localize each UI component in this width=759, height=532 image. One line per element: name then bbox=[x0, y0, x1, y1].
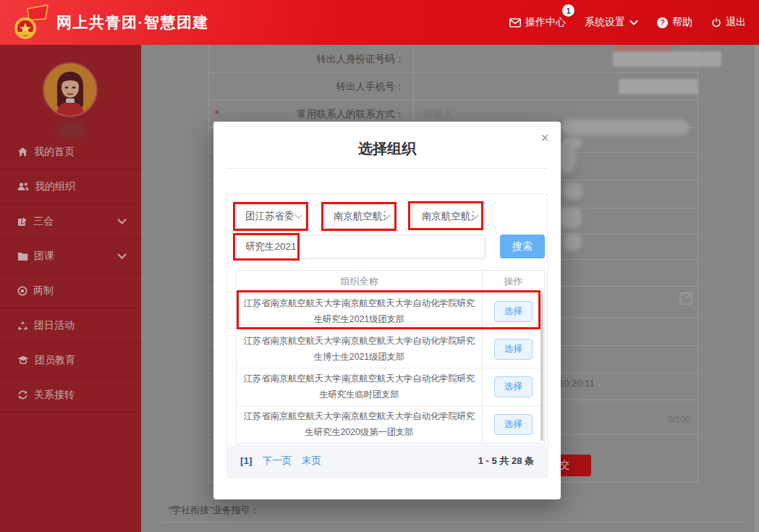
chevron-down-icon[interactable] bbox=[682, 269, 692, 276]
table-row: 江苏省南京航空航天大学南京航空航天大学自动化学院研究生研究生临时团支部 选择 bbox=[237, 368, 544, 405]
search-button[interactable]: 搜索 bbox=[500, 235, 545, 258]
nav-system-settings-label: 系统设置 bbox=[585, 16, 625, 29]
sidebar-item-label: 三会 bbox=[33, 215, 54, 228]
sidebar-item-organization[interactable]: 我的组织 bbox=[0, 169, 141, 204]
redacted-value bbox=[564, 233, 582, 250]
redacted-value bbox=[562, 119, 689, 135]
divider bbox=[209, 72, 697, 73]
form-label-phone: 转出人手机号： bbox=[209, 80, 404, 93]
column-header-action: 操作 bbox=[482, 271, 544, 292]
home-icon bbox=[17, 147, 28, 156]
table-row: 江苏省南京航空航天大学南京航空航天大学自动化学院研究生研究生2020级第一团支部… bbox=[237, 405, 544, 443]
chevron-down-icon bbox=[294, 214, 302, 219]
chevron-down-icon[interactable] bbox=[682, 242, 692, 248]
table-row: 江苏省南京航空航天大学南京航空航天大学自动化学院研究生研究生2021级团支部 选… bbox=[237, 292, 544, 330]
power-icon bbox=[711, 17, 721, 28]
edit-icon bbox=[17, 216, 27, 227]
nav-logout-label: 退出 bbox=[726, 16, 746, 29]
graduation-cap-icon bbox=[17, 355, 29, 365]
sidebar-item-sanhui[interactable]: 三会 bbox=[0, 204, 141, 239]
contact-input[interactable]: 请输入 bbox=[423, 108, 453, 121]
redacted-value bbox=[613, 51, 721, 67]
org-name: 江苏省南京航空航天大学南京航空航天大学自动化学院研究生研究生2021级团支部 bbox=[237, 293, 482, 330]
pagination-current-page[interactable]: [1] bbox=[240, 455, 253, 466]
university-select-value: 南京航空航天 bbox=[334, 205, 386, 228]
sidebar-menu: 我的首页 我的组织 三会 bbox=[0, 135, 141, 413]
pagination-last-link[interactable]: 末页 bbox=[302, 455, 321, 468]
sidebar-item-relation-transfer[interactable]: 关系接转 bbox=[0, 378, 141, 413]
char-counter: 0/100 bbox=[668, 415, 690, 425]
chevron-down-icon bbox=[629, 20, 638, 25]
sidebar-item-label: 团日活动 bbox=[34, 319, 75, 332]
table-header: 组织全称 操作 bbox=[237, 271, 544, 292]
select-org-button[interactable]: 选择 bbox=[494, 414, 533, 435]
nav-operation-center-label: 操作中心 bbox=[525, 16, 566, 29]
sidebar-item-home[interactable]: 我的首页 bbox=[0, 135, 141, 169]
league-logo-icon bbox=[13, 3, 51, 43]
province-select[interactable]: 团江苏省委 bbox=[236, 204, 308, 229]
business-guide-label: “学社衔接”业务指引： bbox=[169, 504, 260, 517]
select-org-button[interactable]: 选择 bbox=[494, 376, 533, 397]
select-org-button[interactable]: 选择 bbox=[494, 301, 533, 322]
sidebar-item-label: 关系接转 bbox=[34, 389, 75, 402]
college-select[interactable]: 南京航空航天 bbox=[412, 204, 485, 229]
folder-icon bbox=[17, 252, 28, 261]
page-scrollbar[interactable] bbox=[753, 45, 759, 532]
divider bbox=[226, 168, 548, 169]
modal-title: 选择组织 bbox=[213, 139, 561, 159]
college-select-value: 南京航空航天 bbox=[422, 205, 474, 228]
app-title: 网上共青团·智慧团建 bbox=[56, 0, 209, 45]
nav-system-settings[interactable]: 系统设置 bbox=[585, 16, 638, 29]
redacted-value bbox=[564, 182, 582, 200]
edit-square-icon[interactable] bbox=[679, 291, 695, 305]
redacted-value bbox=[619, 79, 698, 94]
divider bbox=[163, 522, 746, 523]
chevron-down-icon bbox=[117, 253, 127, 259]
divider bbox=[209, 100, 697, 101]
sidebar-item-label: 团课 bbox=[34, 250, 54, 263]
university-select[interactable]: 南京航空航天 bbox=[324, 204, 397, 229]
chevron-down-icon bbox=[383, 214, 391, 219]
org-name: 江苏省南京航空航天大学南京航空航天大学自动化学院研究生研究生2020级第一团支部 bbox=[237, 406, 482, 443]
sidebar-item-label: 我的首页 bbox=[34, 145, 75, 159]
redacted-value bbox=[560, 208, 582, 228]
chevron-down-icon bbox=[117, 219, 127, 224]
nav-help[interactable]: ? 帮助 bbox=[657, 16, 692, 29]
table-row: 江苏省南京航空航天大学南京航空航天大学自动化学院研究生博士生2021级团支部 选… bbox=[237, 330, 544, 368]
header-nav: 操作中心 1 系统设置 ? 帮助 退出 bbox=[509, 0, 746, 45]
resize-handle-icon[interactable] bbox=[689, 423, 697, 431]
app-window: 网上共青团·智慧团建 操作中心 1 系统设置 ? 帮助 bbox=[0, 0, 759, 532]
organization-search-input[interactable] bbox=[236, 235, 485, 259]
sidebar-item-tuanri-activity[interactable]: 团日活动 bbox=[0, 308, 141, 343]
notification-badge: 1 bbox=[562, 4, 574, 17]
table-scrollbar[interactable] bbox=[540, 294, 543, 441]
app-header: 网上共青团·智慧团建 操作中心 1 系统设置 ? 帮助 bbox=[0, 0, 759, 45]
province-select-value: 团江苏省委 bbox=[245, 205, 297, 228]
nav-operation-center[interactable]: 操作中心 1 bbox=[509, 16, 566, 29]
mail-icon bbox=[509, 18, 521, 28]
column-header-org-name: 组织全称 bbox=[237, 275, 482, 288]
chevron-down-icon bbox=[471, 214, 479, 219]
redacted-value bbox=[564, 137, 582, 149]
sidebar-item-label: 两制 bbox=[33, 284, 54, 297]
organization-picker-panel: 团江苏省委 南京航空航天 南京航空航天 搜索 bbox=[226, 194, 548, 478]
users-icon bbox=[17, 182, 29, 191]
sidebar-item-member-education[interactable]: 团员教育 bbox=[0, 343, 141, 378]
pagination-summary: 1 - 5 共 28 条 bbox=[478, 455, 534, 468]
form-label-id-number: 转出人身份证号码： bbox=[209, 53, 404, 66]
pagination-next-link[interactable]: 下一页 bbox=[263, 455, 292, 468]
nav-help-label: 帮助 bbox=[672, 16, 692, 29]
form-label-contact: 常用联系人的联系方式： bbox=[209, 108, 404, 121]
select-organization-modal: × 选择组织 团江苏省委 南京航空航天 南京航空航天 bbox=[213, 122, 561, 499]
nav-logout[interactable]: 退出 bbox=[711, 16, 746, 29]
avatar bbox=[43, 62, 98, 117]
pagination-bar: [1] 下一页 末页 1 - 5 共 28 条 bbox=[227, 444, 547, 477]
select-org-button[interactable]: 选择 bbox=[494, 339, 533, 360]
org-name: 江苏省南京航空航天大学南京航空航天大学自动化学院研究生博士生2021级团支部 bbox=[237, 331, 482, 368]
org-name: 江苏省南京航空航天大学南京航空航天大学自动化学院研究生研究生临时团支部 bbox=[237, 368, 482, 405]
transfer-icon bbox=[17, 390, 28, 400]
apply-time-value: 10:20:11 bbox=[559, 378, 595, 389]
sidebar-item-label: 团员教育 bbox=[35, 354, 75, 367]
sidebar-item-liangzhi[interactable]: 两制 bbox=[0, 274, 141, 308]
sidebar-item-tuanke[interactable]: 团课 bbox=[0, 239, 141, 274]
